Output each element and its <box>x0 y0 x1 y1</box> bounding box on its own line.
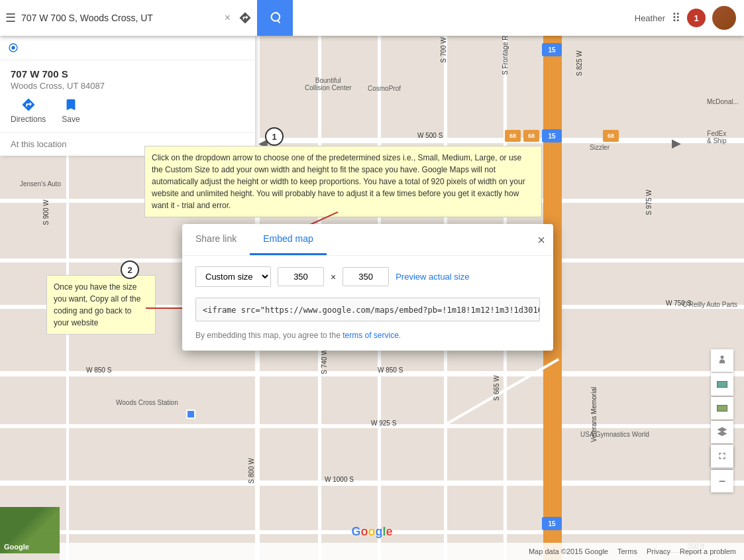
svg-point-6 <box>721 356 724 359</box>
search-box: ☰ × <box>5 6 257 30</box>
pegman-controls <box>711 349 733 467</box>
poi-woods-cross-station: Woods Cross Station <box>116 399 178 406</box>
map-type-button[interactable] <box>711 373 733 396</box>
tos-text: By embedding this map, you agree to the … <box>195 331 540 340</box>
tos-suffix: . <box>399 331 401 340</box>
street-label-825w: S 825 W <box>576 50 583 76</box>
street-label-w1000s: W 1000 S <box>325 476 354 483</box>
location-address: Woods Cross, UT 84087 <box>11 81 244 91</box>
footer-terms[interactable]: Terms <box>617 547 637 555</box>
footer-report[interactable]: Report a problem <box>680 547 736 555</box>
search-button[interactable] <box>257 0 293 36</box>
zoom-out-button[interactable]: − <box>711 470 733 492</box>
street-label-s900w: S 900 W <box>42 199 50 225</box>
hamburger-icon[interactable]: ☰ <box>5 11 16 25</box>
poi-fedex: FedEx& Ship <box>707 130 726 144</box>
google-logo: Google <box>351 525 392 539</box>
tos-prefix: By embedding this map, you agree to the <box>195 331 343 340</box>
street-label-w925s: W 925 S <box>371 420 396 427</box>
footer-copyright: Map data ©2015 Google <box>529 547 608 555</box>
annotation-circle-1: 1 <box>265 127 284 146</box>
street-label-sfrontage: S Frontage Rd <box>502 32 509 75</box>
poi-bountiful: BountifulCollision Center <box>305 77 352 91</box>
left-panel: 707 W 700 S Woods Cross, UT 84087 Direct… <box>0 36 255 156</box>
nearby-search-bar[interactable] <box>0 36 255 60</box>
callout1-text: Click on the dropdown arrow to choose on… <box>152 153 525 210</box>
height-input[interactable] <box>343 267 389 286</box>
preview-link-button[interactable]: Preview actual size <box>396 272 469 282</box>
tab-embed-map[interactable]: Embed map <box>250 224 326 255</box>
layers-button[interactable] <box>711 421 733 443</box>
poi-sizzler: Sizzler <box>590 144 610 151</box>
save-button[interactable]: Save <box>62 97 80 124</box>
street-label-w500s-right: W 500 S <box>417 132 443 139</box>
street-label-s700w: S 700 W <box>440 37 447 62</box>
street-label-w850s-right: W 850 S <box>378 366 403 374</box>
directions-label: Directions <box>11 115 46 124</box>
save-label: Save <box>62 115 80 124</box>
annotation-circle-2: 2 <box>121 260 139 279</box>
embed-code-textarea[interactable]: <iframe src="https://www.google.com/maps… <box>195 298 540 321</box>
callout2-text: Once you have the size you want, Copy al… <box>54 282 140 327</box>
footer-privacy[interactable]: Privacy <box>647 547 670 555</box>
top-bar: ☰ × Heather ⠿ 1 <box>0 0 744 36</box>
notification-badge[interactable]: 1 <box>687 9 706 27</box>
top-right-area: Heather ⠿ 1 <box>627 0 744 36</box>
size-row: SmallMediumLargeCustom size × Preview ac… <box>195 266 540 287</box>
location-card: 707 W 700 S Woods Cross, UT 84087 Direct… <box>0 60 255 133</box>
poi-oreilly: O'Reilly Auto Parts <box>682 301 737 308</box>
annotation-callout-2: Once you have the size you want, Copy al… <box>46 275 156 335</box>
svg-point-1 <box>11 46 15 49</box>
close-dialog-button[interactable]: × <box>537 232 545 247</box>
embed-dialog: Share link Embed map × SmallMediumLargeC… <box>182 224 553 351</box>
tab-share-link[interactable]: Share link <box>182 224 250 255</box>
search-input[interactable] <box>21 13 222 23</box>
apps-grid-icon[interactable]: ⠿ <box>672 11 680 25</box>
size-separator: × <box>331 272 336 282</box>
dialog-header: Share link Embed map × <box>182 224 553 256</box>
directions-icon-button[interactable] <box>233 6 257 30</box>
poi-cosmoprof: CosmoProf <box>368 85 401 92</box>
poi-mcdonald: McDonal... <box>707 98 739 105</box>
width-input[interactable] <box>278 267 324 286</box>
nav-arrow-right[interactable]: ▶ <box>672 136 681 150</box>
satellite-button[interactable] <box>711 397 733 420</box>
poi-jensens: Jensen's Auto <box>20 180 61 188</box>
poi-usa-gymnastics: USA Gymnastics World <box>580 431 649 438</box>
user-name-label: Heather <box>635 13 665 23</box>
annotation-callout-1: Click on the dropdown arrow to choose on… <box>144 146 542 217</box>
street-label-s665w: S 665 W <box>493 375 500 400</box>
street-label-975w: S 975 W <box>645 190 653 215</box>
size-dropdown[interactable]: SmallMediumLargeCustom size <box>195 266 271 287</box>
footer-bar: Map data ©2015 Google Terms Privacy Repo… <box>60 543 744 560</box>
dialog-body: SmallMediumLargeCustom size × Preview ac… <box>182 256 553 351</box>
clear-search-button[interactable]: × <box>222 9 233 27</box>
street-label-s800w: S 800 W <box>248 458 255 483</box>
street-label-s740w: S 740 W <box>321 349 328 374</box>
tos-link[interactable]: terms of service <box>343 331 399 340</box>
expand-button[interactable] <box>711 445 733 467</box>
pegman-button[interactable] <box>711 349 733 372</box>
street-label-w850s-left: W 850 S <box>86 366 111 374</box>
earth-thumbnail[interactable]: Google <box>0 507 60 553</box>
profile-avatar[interactable] <box>712 6 736 30</box>
location-actions: Directions Save <box>11 97 244 124</box>
directions-button[interactable]: Directions <box>11 97 46 124</box>
earth-label: Google <box>4 543 29 551</box>
location-name: 707 W 700 S <box>11 68 244 80</box>
